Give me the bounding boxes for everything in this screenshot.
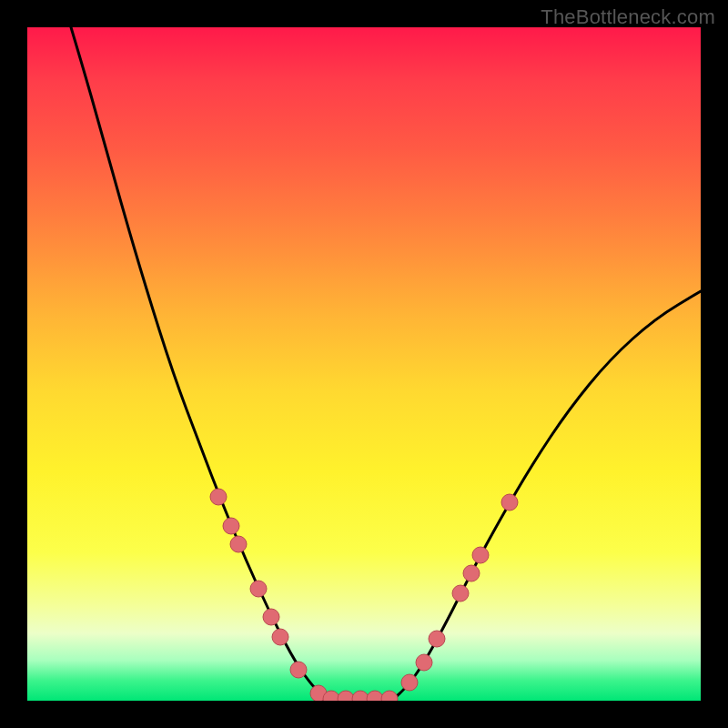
data-point [272,629,288,645]
data-point [223,518,239,534]
data-point [381,691,398,701]
data-point [452,585,469,602]
watermark-text: TheBottleneck.com [541,5,715,29]
data-point [429,631,445,647]
curve-group [71,27,701,701]
data-point [401,674,418,691]
data-point [463,565,480,581]
data-point [263,609,279,625]
plot-area [27,27,701,701]
data-point [338,691,354,701]
data-point [210,489,227,505]
chart-svg [27,27,701,701]
data-point [501,494,518,511]
data-point [472,547,489,563]
data-point [230,536,247,552]
data-point [416,654,432,671]
data-point [250,581,267,597]
data-point [290,662,307,678]
curve-left-curve [71,27,332,701]
data-point [352,691,369,701]
data-point [367,691,383,701]
marker-group [210,489,518,701]
chart-stage: TheBottleneck.com [0,0,728,728]
